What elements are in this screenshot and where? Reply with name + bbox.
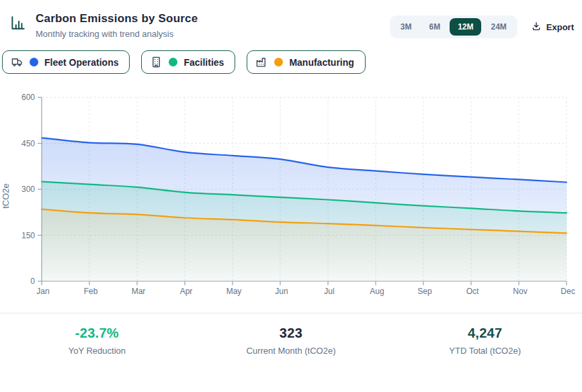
- svg-text:Jun: Jun: [275, 287, 288, 296]
- legend-chip-manufacturing[interactable]: Manufacturing: [247, 50, 365, 74]
- svg-text:450: 450: [22, 139, 35, 148]
- export-label: Export: [546, 22, 574, 32]
- svg-text:Dec: Dec: [560, 287, 575, 296]
- svg-text:Feb: Feb: [84, 287, 98, 296]
- stat-yoy-reduction: -23.7% YoY Reduction: [0, 326, 194, 356]
- range-button-3m[interactable]: 3M: [392, 18, 420, 36]
- stat-label: YoY Reduction: [0, 346, 194, 356]
- factory-icon: [255, 56, 268, 68]
- range-button-24m[interactable]: 24M: [483, 18, 514, 36]
- svg-text:Jan: Jan: [36, 287, 49, 296]
- svg-text:150: 150: [22, 231, 35, 240]
- chart-canvas: 0150300450600JanFebMarAprMayJunJulAugSep…: [0, 90, 582, 303]
- legend: Fleet Operations Facilities Manufacturin…: [0, 39, 582, 74]
- svg-text:tCO2e: tCO2e: [1, 183, 11, 209]
- truck-icon: [11, 56, 24, 68]
- download-icon: [531, 21, 542, 34]
- stat-label: Current Month (tCO2e): [194, 346, 388, 356]
- page-title: Carbon Emissions by Source: [36, 12, 198, 26]
- svg-text:Mar: Mar: [132, 287, 146, 296]
- manufacturing-color-dot: [274, 58, 283, 66]
- time-range-selector: 3M 6M 12M 24M: [390, 15, 517, 38]
- svg-text:0: 0: [30, 277, 35, 286]
- stat-label: YTD Total (tCO2e): [388, 346, 582, 356]
- stat-ytd-total: 4,247 YTD Total (tCO2e): [388, 326, 582, 356]
- page-subtitle: Monthly tracking with trend analysis: [36, 29, 198, 39]
- svg-text:600: 600: [22, 93, 35, 102]
- stat-value: 4,247: [388, 326, 582, 341]
- stat-value: -23.7%: [0, 326, 194, 341]
- stats-row: -23.7% YoY Reduction 323 Current Month (…: [0, 313, 582, 356]
- bar-chart-icon: [9, 14, 27, 39]
- svg-text:Aug: Aug: [370, 287, 384, 296]
- svg-text:Sep: Sep: [417, 287, 432, 296]
- legend-label: Facilities: [183, 57, 224, 68]
- svg-text:Apr: Apr: [180, 287, 193, 296]
- header: Carbon Emissions by Source Monthly track…: [0, 0, 582, 39]
- svg-text:300: 300: [22, 185, 35, 194]
- fleet-operations-color-dot: [30, 58, 38, 66]
- building-icon: [150, 56, 163, 68]
- stat-current-month: 323 Current Month (tCO2e): [194, 326, 388, 356]
- range-button-12m[interactable]: 12M: [450, 18, 481, 36]
- svg-text:May: May: [226, 287, 242, 296]
- export-button[interactable]: Export: [531, 21, 574, 34]
- legend-label: Fleet Operations: [44, 57, 118, 68]
- legend-label: Manufacturing: [289, 57, 354, 68]
- facilities-color-dot: [169, 58, 177, 66]
- range-button-6m[interactable]: 6M: [421, 18, 448, 36]
- stat-value: 323: [194, 326, 388, 341]
- svg-text:Oct: Oct: [466, 287, 479, 296]
- legend-chip-facilities[interactable]: Facilities: [141, 50, 235, 74]
- legend-chip-fleet-operations[interactable]: Fleet Operations: [2, 50, 130, 74]
- svg-text:Nov: Nov: [513, 287, 527, 296]
- emissions-area-chart: 0150300450600JanFebMarAprMayJunJulAugSep…: [0, 90, 582, 303]
- svg-text:Jul: Jul: [324, 287, 334, 296]
